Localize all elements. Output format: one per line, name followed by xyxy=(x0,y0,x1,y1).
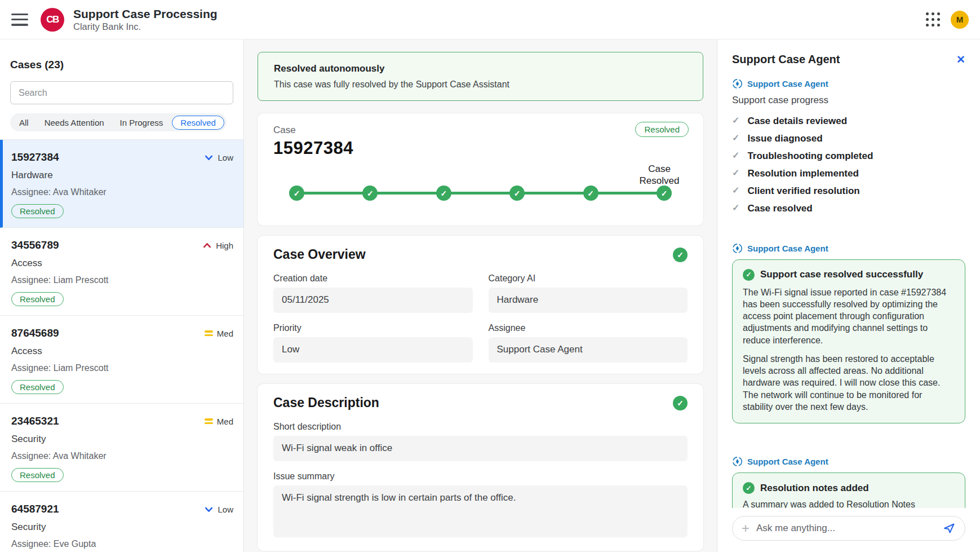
status-badge: Resolved xyxy=(11,380,64,394)
case-id: 23465321 xyxy=(11,415,59,427)
priority-label: High xyxy=(216,241,233,250)
assignee-field[interactable]: Support Case Agent xyxy=(489,337,688,363)
step-complete-icon: ✓ xyxy=(436,186,451,201)
case-id: 15927384 xyxy=(11,151,59,164)
filter-needs-attention[interactable]: Needs Attention xyxy=(38,116,111,130)
priority-label: Low xyxy=(218,505,233,514)
case-list-item[interactable]: 15927384 Low Hardware Assignee: Ava Whit… xyxy=(0,140,243,228)
agent-icon xyxy=(732,243,743,254)
creation-date-field[interactable]: 05/11/2025 xyxy=(273,288,473,313)
banner-message: This case was fully resolved by the Supp… xyxy=(274,80,687,90)
banner-title: Resolved autonomously xyxy=(274,63,687,74)
case-id: 87645689 xyxy=(11,327,59,339)
case-description-card: Case Description ✓ Short description Wi-… xyxy=(258,384,703,551)
hamburger-menu-icon[interactable] xyxy=(11,14,28,26)
send-icon[interactable] xyxy=(942,522,956,535)
avatar[interactable]: M xyxy=(951,11,969,29)
success-check-icon: ✓ xyxy=(743,482,755,494)
case-summary-card: Case 15927384 Resolved Case Resolved ✓ ✓… xyxy=(258,113,703,226)
short-description-field[interactable]: Wi-Fi signal weak in office xyxy=(273,436,688,461)
status-badge: Resolved xyxy=(11,204,64,218)
apps-grid-icon[interactable] xyxy=(926,12,941,27)
category-ai-label: Category AI xyxy=(489,273,688,284)
section-complete-icon: ✓ xyxy=(673,396,688,410)
step-complete-icon: ✓ xyxy=(509,186,525,201)
message-paragraph: Signal strength has been restored to acc… xyxy=(743,353,955,413)
check-icon: ✓ xyxy=(732,185,739,197)
creation-date-label: Creation date xyxy=(273,273,473,284)
app-title: Support Case Processing xyxy=(73,7,218,21)
progress-title: Support case progress xyxy=(732,95,965,106)
case-category: Security xyxy=(11,434,233,445)
case-id: 34556789 xyxy=(11,239,59,251)
status-badge: Resolved xyxy=(11,292,64,306)
filter-in-progress[interactable]: In Progress xyxy=(113,116,170,130)
case-category: Access xyxy=(11,258,233,269)
case-number: 15927384 xyxy=(273,138,688,158)
chat-input-container: + xyxy=(732,516,965,541)
case-list-item[interactable]: 23465321 Med Security Assignee: Ava Whit… xyxy=(0,404,243,492)
step-complete-icon: ✓ xyxy=(583,186,598,201)
filter-resolved[interactable]: Resolved xyxy=(172,116,224,130)
case-assignee: Assignee: Liam Prescott xyxy=(11,275,233,285)
app-subtitle: Clarity Bank Inc. xyxy=(73,21,218,32)
attach-plus-icon[interactable]: + xyxy=(742,522,750,535)
priority-field[interactable]: Low xyxy=(273,337,473,363)
case-assignee: Assignee: Eve Gupta xyxy=(11,539,233,549)
priority-label: Low xyxy=(218,153,233,162)
cases-count-title: Cases (23) xyxy=(10,59,233,71)
agent-panel-title: Support Case Agent xyxy=(732,53,840,66)
case-status-badge: Resolved xyxy=(635,122,689,137)
case-list: 15927384 Low Hardware Assignee: Ava Whit… xyxy=(0,139,243,552)
app-header: CB Support Case Processing Clarity Bank … xyxy=(0,0,980,39)
case-assignee: Assignee: Ava Whitaker xyxy=(11,451,233,461)
case-assignee: Assignee: Ava Whitaker xyxy=(11,187,233,197)
case-assignee: Assignee: Liam Prescott xyxy=(11,363,233,373)
case-category: Security xyxy=(11,522,233,533)
resolved-banner: Resolved autonomously This case was full… xyxy=(258,52,703,101)
priority-medium-icon xyxy=(205,330,213,336)
success-check-icon: ✓ xyxy=(743,269,755,281)
checklist-item: ✓ Client verified resolution xyxy=(732,185,965,197)
agent-message-card: ✓ Resolution notes added A summary was a… xyxy=(732,472,965,508)
priority-low-icon xyxy=(204,505,214,514)
ask-anything-input[interactable] xyxy=(756,523,935,534)
case-list-item[interactable]: 64587921 Low Security Assignee: Eve Gupt… xyxy=(0,492,243,552)
case-description-title: Case Description xyxy=(273,395,379,410)
case-list-item[interactable]: 34556789 High Access Assignee: Liam Pres… xyxy=(0,228,243,316)
priority-high-icon xyxy=(202,241,212,250)
case-id: 64587921 xyxy=(11,503,59,515)
case-overview-card: Case Overview ✓ Creation date 05/11/2025… xyxy=(258,236,703,374)
close-icon[interactable]: ✕ xyxy=(956,53,965,66)
step-complete-icon: ✓ xyxy=(362,186,378,201)
category-ai-field[interactable]: Hardware xyxy=(489,288,688,313)
search-input[interactable] xyxy=(10,81,233,104)
case-label: Case xyxy=(273,125,688,136)
case-category: Hardware xyxy=(11,170,233,181)
checklist-item: ✓ Resolution implemented xyxy=(732,167,965,180)
section-complete-icon: ✓ xyxy=(673,248,688,262)
priority-medium-icon xyxy=(205,418,213,424)
filter-all[interactable]: All xyxy=(12,116,36,130)
case-detail-main: Resolved autonomously This case was full… xyxy=(244,39,717,552)
case-list-item[interactable]: 87645689 Med Access Assignee: Liam Presc… xyxy=(0,316,243,404)
agent-message-label: Support Case Agent xyxy=(732,78,965,89)
agent-message-label: Support Case Agent xyxy=(732,243,965,254)
short-description-label: Short description xyxy=(273,422,688,432)
checklist-item: ✓ Case resolved xyxy=(732,202,965,215)
checklist-item: ✓ Issue diagnosed xyxy=(732,133,965,145)
message-text: A summary was added to Resolution Notes xyxy=(743,500,955,508)
check-icon: ✓ xyxy=(732,133,739,144)
issue-summary-field[interactable]: Wi-Fi signal strength is low in certain … xyxy=(273,485,688,537)
step-complete-icon: ✓ xyxy=(289,186,304,201)
priority-label: Med xyxy=(217,329,233,338)
checklist-item: ✓ Troubleshooting completed xyxy=(732,150,965,162)
case-category: Access xyxy=(11,346,233,357)
step-complete-icon: ✓ xyxy=(657,186,672,201)
priority-low-icon xyxy=(204,153,214,162)
agent-icon xyxy=(732,78,743,89)
priority-label: Med xyxy=(217,417,233,426)
assignee-label: Assignee xyxy=(489,323,688,333)
filter-tabs: All Needs Attention In Progress Resolved xyxy=(10,113,227,131)
priority-label: Priority xyxy=(273,323,473,333)
